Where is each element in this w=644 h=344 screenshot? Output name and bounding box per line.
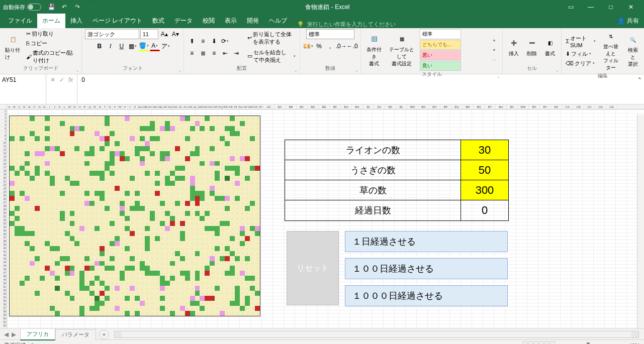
paste-button[interactable]: 📋 貼り付け bbox=[3, 33, 23, 62]
col-header[interactable]: AH bbox=[173, 104, 178, 109]
ribbon-display-icon[interactable]: ▭ bbox=[561, 0, 581, 14]
row-header[interactable]: 9 bbox=[0, 138, 7, 141]
macro-record-icon[interactable]: ◉ bbox=[30, 342, 35, 344]
tab-help[interactable]: ヘルプ bbox=[264, 14, 292, 28]
row-header[interactable]: 59 bbox=[0, 313, 7, 317]
col-header[interactable]: BY bbox=[540, 104, 551, 109]
days-elapsed-value[interactable]: 0 bbox=[461, 200, 508, 220]
col-header[interactable]: G bbox=[37, 104, 42, 109]
sheet-nav-prev-icon[interactable]: ◀ bbox=[4, 331, 9, 338]
italic-button[interactable]: I bbox=[106, 41, 116, 51]
border-button[interactable]: ▦ bbox=[128, 41, 138, 51]
col-header[interactable]: AB bbox=[143, 104, 148, 109]
gallery-more-icon[interactable]: ⋯ bbox=[489, 55, 499, 65]
name-box[interactable] bbox=[0, 74, 46, 104]
col-header[interactable]: BD bbox=[308, 104, 319, 109]
row-header[interactable]: 37 bbox=[0, 236, 7, 240]
advance-1-day-button[interactable]: １日経過させる bbox=[345, 231, 508, 252]
col-header[interactable]: CC bbox=[584, 104, 595, 109]
col-header[interactable]: BX bbox=[529, 104, 540, 109]
row-header[interactable]: 30 bbox=[0, 211, 7, 215]
col-header[interactable]: BB bbox=[286, 104, 297, 109]
col-header[interactable]: BW bbox=[518, 104, 529, 109]
format-cells-button[interactable]: ◧書式 bbox=[542, 36, 558, 58]
row-header[interactable]: 14 bbox=[0, 155, 7, 159]
row-header[interactable]: 38 bbox=[0, 240, 7, 243]
col-header[interactable]: BG bbox=[341, 104, 352, 109]
horizontal-scrollbar[interactable] bbox=[114, 331, 639, 338]
style-neutral[interactable]: どちらでも... bbox=[420, 40, 461, 50]
col-header[interactable]: K bbox=[57, 104, 62, 109]
row-header[interactable]: 44 bbox=[0, 261, 7, 264]
col-header[interactable]: BI bbox=[363, 104, 374, 109]
sort-filter-button[interactable]: ⇅並べ替えと フィルター bbox=[599, 29, 623, 72]
tab-review[interactable]: 校閲 bbox=[198, 14, 220, 28]
style-normal[interactable]: 標準 bbox=[420, 29, 461, 39]
tab-home[interactable]: ホーム bbox=[37, 14, 65, 28]
align-bottom-icon[interactable]: ⬇ bbox=[209, 36, 219, 46]
tab-view[interactable]: 表示 bbox=[220, 14, 242, 28]
row-header[interactable]: 17 bbox=[0, 166, 7, 169]
row-header[interactable]: 12 bbox=[0, 148, 7, 152]
font-name-input[interactable] bbox=[85, 29, 139, 39]
col-header[interactable]: AQ bbox=[218, 104, 223, 109]
col-header[interactable]: CD bbox=[595, 104, 606, 109]
normal-view-icon[interactable]: ▦ bbox=[523, 341, 533, 345]
currency-icon[interactable]: 💴 bbox=[303, 41, 313, 51]
col-header[interactable]: H bbox=[42, 104, 47, 109]
col-header[interactable]: BH bbox=[352, 104, 363, 109]
tell-me-search[interactable]: 💡 実行したい作業を入力してください bbox=[292, 21, 612, 28]
conditional-format-button[interactable]: 🔢条件付き 書式 bbox=[364, 32, 384, 68]
row-header[interactable]: 40 bbox=[0, 247, 7, 250]
col-header[interactable]: S bbox=[98, 104, 103, 109]
find-select-button[interactable]: 🔍検索と 選択 bbox=[625, 33, 641, 69]
underline-button[interactable]: U bbox=[117, 41, 127, 51]
col-header[interactable]: E bbox=[27, 104, 32, 109]
col-header[interactable]: BE bbox=[319, 104, 330, 109]
col-header[interactable]: O bbox=[77, 104, 82, 109]
cut-button[interactable]: ✂切り取り bbox=[25, 30, 78, 38]
col-header[interactable]: L bbox=[62, 104, 67, 109]
maximize-icon[interactable]: □ bbox=[601, 0, 621, 14]
col-header[interactable]: M bbox=[67, 104, 72, 109]
zoom-level[interactable]: 40% bbox=[629, 342, 640, 345]
col-header[interactable]: CE bbox=[606, 104, 617, 109]
bold-button[interactable]: B bbox=[95, 41, 105, 51]
lion-count-value[interactable]: 30 bbox=[461, 140, 508, 160]
col-header[interactable]: AZ bbox=[263, 104, 274, 109]
row-header[interactable]: 60 bbox=[0, 317, 7, 320]
advance-100-days-button[interactable]: １００日経過させる bbox=[345, 258, 508, 279]
close-icon[interactable]: ✕ bbox=[621, 0, 641, 14]
col-header[interactable]: BV bbox=[507, 104, 518, 109]
col-header[interactable]: AE bbox=[158, 104, 163, 109]
col-header[interactable]: BL bbox=[396, 104, 407, 109]
row-header[interactable]: 50 bbox=[0, 282, 7, 285]
row-header[interactable]: 5 bbox=[0, 124, 7, 127]
clear-button[interactable]: ⌫クリア bbox=[565, 59, 597, 68]
row-header[interactable]: 27 bbox=[0, 201, 7, 204]
increase-decimal-icon[interactable]: .0→ bbox=[336, 41, 346, 51]
column-headers[interactable]: ABCDEFGHIJKLMNOPQRSTUVWXYZAAABACADAEAFAG… bbox=[0, 104, 644, 109]
row-header[interactable]: 29 bbox=[0, 208, 7, 211]
row-header[interactable]: 8 bbox=[0, 134, 7, 138]
col-header[interactable]: J bbox=[52, 104, 57, 109]
add-sheet-button[interactable]: + bbox=[99, 329, 109, 339]
row-header[interactable]: 18 bbox=[0, 169, 7, 173]
sheet-tab-africa[interactable]: アフリカ bbox=[20, 328, 55, 340]
undo-icon[interactable]: ↶ bbox=[60, 3, 68, 11]
row-header[interactable]: 7 bbox=[0, 131, 7, 134]
row-header[interactable]: 4 bbox=[0, 120, 7, 124]
col-header[interactable]: BK bbox=[385, 104, 396, 109]
row-header[interactable]: 31 bbox=[0, 215, 7, 218]
merge-center-button[interactable]: ▭セルを結合して中央揃え bbox=[246, 48, 297, 64]
row-header[interactable]: 54 bbox=[0, 296, 7, 299]
col-header[interactable]: P bbox=[82, 104, 87, 109]
col-header[interactable]: BT bbox=[485, 104, 496, 109]
col-header[interactable]: AD bbox=[153, 104, 158, 109]
col-header[interactable]: BC bbox=[297, 104, 308, 109]
col-header[interactable]: Q bbox=[87, 104, 93, 109]
row-headers[interactable]: 1234567891011121314151617181920212223242… bbox=[0, 109, 7, 328]
style-good[interactable]: 良い bbox=[420, 61, 461, 71]
row-header[interactable]: 1 bbox=[0, 109, 7, 113]
gallery-down-icon[interactable]: ▾ bbox=[489, 45, 499, 55]
